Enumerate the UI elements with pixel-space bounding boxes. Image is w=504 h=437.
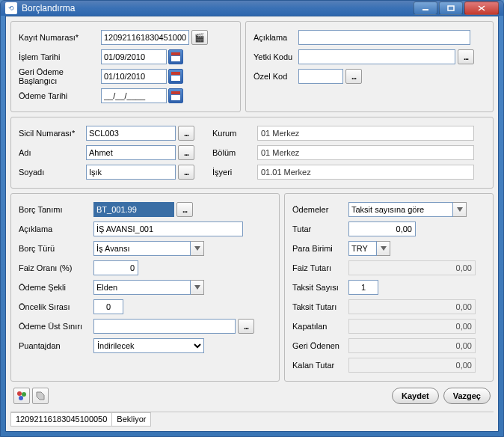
yetki-kodu-label: Yetki Kodu — [253, 52, 298, 61]
borc-turu-combo[interactable] — [93, 241, 191, 256]
ellipsis-icon[interactable]: ... — [176, 202, 193, 217]
oncelik-input[interactable] — [93, 299, 123, 314]
tutar-label: Tutar — [292, 224, 348, 233]
minimize-button[interactable] — [414, 1, 437, 15]
svg-rect-1 — [448, 6, 454, 10]
adi-label: Adı — [19, 148, 86, 157]
oncelik-label: Öncelik Sırası — [19, 302, 93, 311]
islem-tarihi-label: İşlem Tarihi — [19, 52, 101, 61]
odeme-tarihi-input[interactable] — [101, 88, 167, 103]
window: ⟲ Borçlandırma Kayıt Numarası* 🎬 İşlem T… — [0, 0, 504, 437]
borc-turu-label: Borç Türü — [19, 244, 93, 253]
bolum-label: Bölüm — [212, 148, 257, 157]
faiz-tutar-label: Faiz Tutarı — [292, 263, 348, 272]
panel-debt: Borç Tanımı ... Açıklama Borç Türü F — [10, 193, 280, 382]
kurum-field: 01 Merkez — [257, 126, 474, 141]
taksit-tutar-label: Taksit Tutarı — [292, 302, 348, 311]
geri-odeme-input[interactable] — [101, 69, 167, 84]
chevron-down-icon[interactable] — [453, 202, 467, 217]
app-icon: ⟲ — [5, 2, 17, 14]
svg-rect-0 — [422, 9, 428, 10]
ellipsis-icon[interactable]: ... — [178, 145, 194, 160]
isyeri-field: 01.01 Merkez — [257, 165, 474, 180]
ellipsis-icon[interactable]: ... — [458, 49, 474, 64]
aciklama2-label: Açıklama — [19, 224, 93, 233]
kapatilan-field: 0,00 — [348, 319, 476, 334]
kapatilan-label: Kapatılan — [292, 322, 348, 331]
odemeler-label: Ödemeler — [292, 205, 348, 214]
kalan-label: Kalan Tutar — [292, 361, 348, 370]
bolum-field: 01 Merkez — [257, 145, 474, 160]
clapper-icon[interactable]: 🎬 — [191, 30, 208, 45]
kurum-label: Kurum — [212, 129, 257, 138]
yetki-kodu-input[interactable] — [298, 49, 455, 64]
faiz-tutar-field: 0,00 — [348, 260, 476, 275]
close-button[interactable] — [464, 1, 499, 15]
panel-person: Sicil Numarası* ... Kurum 01 Merkez Adı … — [10, 117, 494, 189]
cancel-button[interactable]: Vazgeç — [443, 388, 491, 404]
tag-icon[interactable] — [32, 388, 49, 404]
ust-sinir-input[interactable] — [93, 319, 236, 334]
soyadi-label: Soyadı — [19, 168, 86, 177]
balls-icon[interactable] — [13, 388, 30, 404]
status-state: Bekliyor — [111, 412, 151, 427]
save-button[interactable]: Kaydet — [392, 388, 439, 404]
islem-tarihi-input[interactable] — [101, 49, 167, 64]
odeme-sekli-combo[interactable] — [93, 280, 191, 295]
svg-point-4 — [17, 391, 22, 396]
odemeler-combo[interactable] — [348, 202, 453, 217]
ellipsis-icon[interactable]: ... — [345, 69, 362, 84]
chevron-down-icon[interactable] — [191, 280, 204, 295]
ozel-kod-input[interactable] — [298, 69, 343, 84]
aciklama2-input[interactable] — [93, 221, 243, 236]
faiz-orani-input[interactable] — [93, 260, 138, 275]
odeme-sekli-label: Ödeme Şekli — [19, 283, 93, 292]
aciklama-input[interactable] — [298, 30, 470, 45]
kalan-field: 0,00 — [348, 358, 476, 373]
soyadi-input[interactable] — [86, 165, 176, 180]
client-area: Kayıt Numarası* 🎬 İşlem Tarihi Geri Ödem… — [5, 16, 499, 432]
panel-payments: Ödemeler Tutar Para Birimi — [284, 193, 494, 382]
svg-point-6 — [19, 396, 23, 400]
isyeri-label: İşyeri — [212, 168, 257, 177]
aciklama-label: Açıklama — [253, 33, 298, 42]
geri-odeme-label: Geri Ödeme Başlangıcı — [19, 67, 101, 85]
sicil-no-input[interactable] — [86, 126, 176, 141]
ellipsis-icon[interactable]: ... — [238, 319, 254, 334]
puantajdan-label: Puantajdan — [19, 341, 93, 350]
adi-input[interactable] — [86, 145, 176, 160]
tutar-input[interactable] — [348, 221, 416, 236]
taksit-sayisi-input[interactable] — [348, 280, 378, 295]
maximize-button[interactable] — [439, 1, 463, 15]
borc-tanimi-label: Borç Tanımı — [19, 205, 93, 214]
chevron-down-icon[interactable] — [377, 241, 390, 256]
geri-odenen-field: 0,00 — [348, 338, 476, 353]
taksit-tutar-field: 0,00 — [348, 299, 476, 314]
window-title: Borçlandırma — [22, 3, 414, 13]
para-birimi-combo[interactable] — [348, 241, 377, 256]
titlebar: ⟲ Borçlandırma — [1, 1, 503, 16]
odeme-tarihi-label: Ödeme Tarihi — [19, 91, 101, 100]
kayit-no-input[interactable] — [101, 30, 189, 45]
sicil-no-label: Sicil Numarası* — [19, 129, 86, 138]
calendar-icon[interactable] — [168, 69, 183, 84]
statusbar: 12092116183045100050 Bekliyor — [10, 412, 494, 427]
kayit-no-label: Kayıt Numarası* — [19, 33, 101, 42]
panel-meta: Açıklama Yetki Kodu ... Özel Kod ... — [245, 21, 494, 112]
chevron-down-icon[interactable] — [191, 241, 204, 256]
calendar-icon[interactable] — [168, 49, 183, 64]
para-birimi-label: Para Birimi — [292, 244, 348, 253]
footer: Kaydet Vazgeç — [10, 386, 494, 406]
ellipsis-icon[interactable]: ... — [178, 126, 194, 141]
borc-tanimi-input[interactable] — [93, 202, 174, 217]
geri-odenen-label: Geri Ödenen — [292, 341, 348, 350]
taksit-sayisi-label: Taksit Sayısı — [292, 283, 348, 292]
faiz-orani-label: Faiz Oranı (%) — [19, 263, 93, 272]
ust-sinir-label: Ödeme Üst Sınırı — [19, 322, 93, 331]
status-id: 12092116183045100050 — [10, 412, 112, 427]
puantajdan-select[interactable]: İndirilecek — [93, 338, 204, 353]
panel-registration: Kayıt Numarası* 🎬 İşlem Tarihi Geri Ödem… — [10, 21, 241, 112]
calendar-icon[interactable] — [168, 88, 183, 103]
svg-point-5 — [22, 392, 26, 397]
ellipsis-icon[interactable]: ... — [178, 165, 194, 180]
